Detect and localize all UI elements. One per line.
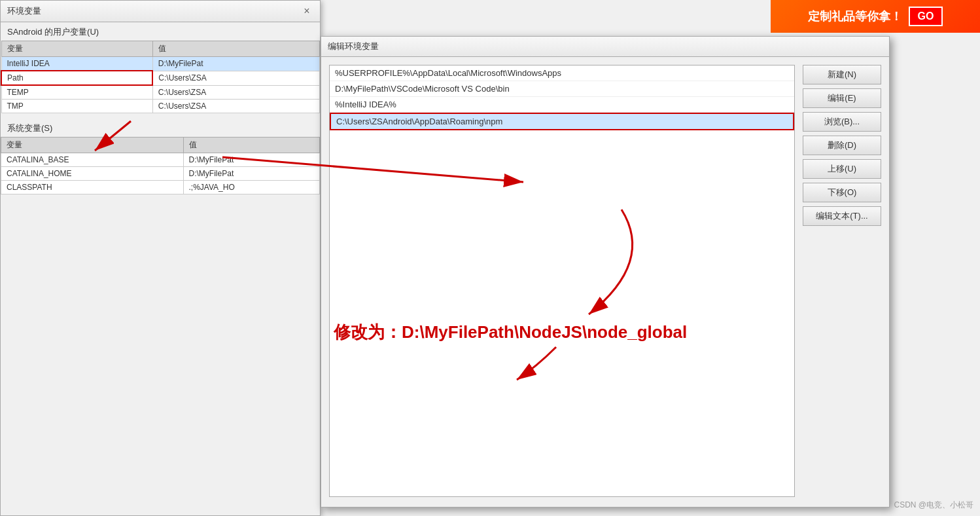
annotation-text: 修改为：D:\MyFilePath\NodeJS\node_global (334, 321, 687, 344)
user-var-value: C:\Users\ZSA (152, 85, 319, 100)
user-section-header: SAndroid 的用户变量(U) (1, 22, 320, 41)
new-button[interactable]: 新建(N) (803, 65, 881, 84)
user-table-row[interactable]: TMPC:\Users\ZSA (1, 100, 320, 113)
env-variables-window: 环境变量 × SAndroid 的用户变量(U) 变量 值 IntelliJ I… (0, 0, 321, 516)
user-vars-table: 变量 值 IntelliJ IDEAD:\MyFilePatPathC:\Use… (1, 41, 320, 113)
sys-vars-section: 系统变量(S) 变量 值 CATALINA_BASED:\MyFilePatCA… (1, 119, 320, 194)
user-var-name: Path (1, 71, 152, 85)
path-list-item[interactable]: %IntelliJ IDEA% (330, 97, 794, 113)
user-section-label: SAndroid 的用户变量(U) (7, 27, 99, 37)
path-list-item[interactable]: D:\MyFilePath\VSCode\Microsoft VS Code\b… (330, 81, 794, 97)
path-list[interactable]: %USERPROFILE%\AppData\Local\Microsoft\Wi… (329, 65, 795, 497)
user-var-name: TEMP (1, 85, 152, 100)
path-list-item[interactable]: C:\Users\ZSAndroid\AppData\Roaming\npm (330, 113, 794, 130)
user-var-value: D:\MyFilePat (152, 57, 319, 71)
close-icon[interactable]: × (300, 5, 313, 18)
user-vars-section: SAndroid 的用户变量(U) 变量 值 IntelliJ IDEAD:\M… (1, 22, 320, 113)
sys-table-row[interactable]: CATALINA_BASED:\MyFilePat (1, 153, 320, 167)
sys-var-value: .;%JAVA_HO (183, 181, 319, 194)
dialog-buttons: 新建(N)编辑(E)浏览(B)...删除(D)上移(U)下移(O)编辑文本(T)… (803, 65, 881, 497)
window-title-bar: 环境变量 × (1, 1, 320, 22)
move-down-button[interactable]: 下移(O) (803, 183, 881, 202)
ad-text: 定制礼品等你拿！ (808, 9, 902, 24)
move-up-button[interactable]: 上移(U) (803, 159, 881, 179)
user-table-row[interactable]: TEMPC:\Users\ZSA (1, 85, 320, 100)
sys-var-value: D:\MyFilePat (183, 167, 319, 181)
path-list-container: %USERPROFILE%\AppData\Local\Microsoft\Wi… (329, 65, 795, 497)
user-var-value: C:\Users\ZSA (152, 100, 319, 113)
ad-go-button[interactable]: GO (909, 7, 943, 26)
sys-var-name: CATALINA_BASE (1, 153, 184, 167)
user-var-name: TMP (1, 100, 152, 113)
csdn-watermark: CSDN @电竞、小松哥 (894, 500, 973, 511)
delete-button[interactable]: 删除(D) (803, 136, 881, 155)
edit-button[interactable]: 编辑(E) (803, 88, 881, 108)
browse-button[interactable]: 浏览(B)... (803, 112, 881, 132)
window-title: 环境变量 (7, 5, 41, 17)
sys-var-name: CATALINA_HOME (1, 167, 184, 181)
sys-var-name: CLASSPATH (1, 181, 184, 194)
edit-text-button[interactable]: 编辑文本(T)... (803, 206, 881, 226)
sys-section-header: 系统变量(S) (1, 119, 320, 137)
user-var-name: IntelliJ IDEA (1, 57, 152, 71)
sys-var-value: D:\MyFilePat (183, 153, 319, 167)
path-list-item[interactable]: %USERPROFILE%\AppData\Local\Microsoft\Wi… (330, 65, 794, 81)
sys-vars-table: 变量 值 CATALINA_BASED:\MyFilePatCATALINA_H… (1, 137, 320, 194)
sys-table-row[interactable]: CATALINA_HOMED:\MyFilePat (1, 167, 320, 181)
sys-section-label: 系统变量(S) (7, 123, 52, 133)
user-table-row[interactable]: IntelliJ IDEAD:\MyFilePat (1, 57, 320, 71)
col-var: 变量 (1, 41, 152, 57)
user-var-value: C:\Users\ZSA (152, 71, 319, 85)
col-val: 值 (152, 41, 319, 57)
sys-col-var: 变量 (1, 138, 184, 153)
user-table-row[interactable]: PathC:\Users\ZSA (1, 71, 320, 85)
edit-dialog-content: %USERPROFILE%\AppData\Local\Microsoft\Wi… (321, 57, 889, 505)
edit-env-dialog: 编辑环境变量 %USERPROFILE%\AppData\Local\Micro… (321, 36, 890, 507)
ad-banner: 定制礼品等你拿！ GO (771, 0, 980, 33)
edit-dialog-title: 编辑环境变量 (321, 37, 889, 57)
sys-col-val: 值 (183, 138, 319, 153)
edit-dialog-title-text: 编辑环境变量 (328, 41, 379, 51)
sys-table-row[interactable]: CLASSPATH.;%JAVA_HO (1, 181, 320, 194)
